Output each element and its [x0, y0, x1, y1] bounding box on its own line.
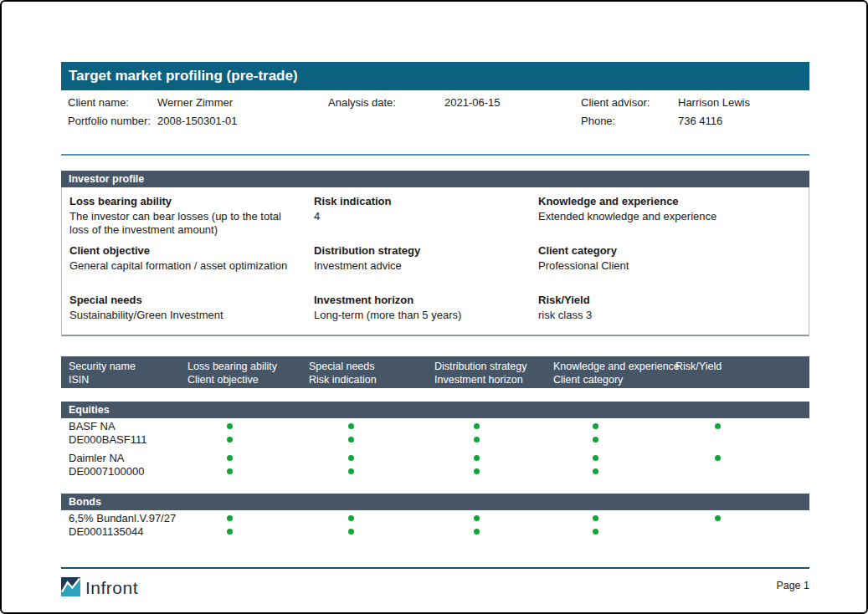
status-dot-cell — [668, 512, 809, 525]
field-label: Risk/Yield — [538, 294, 797, 306]
status-dot-cell — [301, 512, 427, 525]
status-dot-cell — [180, 420, 301, 433]
status-dot-cell — [180, 433, 301, 447]
report-page: Target market profiling (pre-trade) Clie… — [0, 0, 868, 614]
status-dot-line — [180, 452, 809, 465]
field-label: Special needs — [69, 294, 295, 306]
group-header-equities: Equities — [61, 402, 809, 418]
green-status-dot-icon — [348, 529, 354, 535]
status-dot-cell — [301, 452, 427, 465]
portfolio-number-label: Portfolio number: — [68, 112, 157, 130]
profile-field-client-category: Client category Professional Client — [531, 237, 809, 286]
green-status-dot-icon — [474, 437, 480, 443]
status-dot-line — [180, 433, 809, 447]
client-info-block: Client name: Werner Zimmer Analysis date… — [61, 94, 809, 130]
col-risk-yield: Risk/Yield — [668, 360, 809, 388]
green-status-dot-icon — [474, 529, 480, 535]
green-status-dot-icon — [348, 437, 354, 443]
status-dot-cell — [427, 420, 546, 433]
field-label: Loss bearing ability — [69, 195, 295, 207]
client-advisor-value: Harrison Lewis — [678, 94, 809, 112]
footer: Infront Page 1 — [61, 576, 809, 601]
field-value: Professional Client — [538, 259, 797, 273]
status-dot-cell — [427, 525, 546, 539]
analysis-date-value: 2021-06-15 — [444, 94, 581, 112]
infront-logo-icon — [61, 577, 80, 600]
table-row: 6,5% Bundanl.V.97/27 DE0001135044 — [61, 512, 809, 538]
green-status-dot-icon — [474, 468, 480, 474]
security-identity: 6,5% Bundanl.V.97/27 DE0001135044 — [61, 512, 180, 538]
status-empty-cell — [668, 465, 809, 478]
green-status-dot-icon — [474, 423, 480, 429]
green-status-dot-icon — [593, 455, 598, 461]
field-value: Investment advice — [314, 259, 519, 273]
green-status-dot-icon — [348, 423, 354, 429]
field-label: Client category — [538, 244, 797, 257]
page-number: Page 1 — [776, 580, 809, 591]
status-dot-cell — [301, 525, 427, 539]
status-dot-cell — [546, 452, 668, 465]
security-identity: Daimler NA DE0007100000 — [61, 452, 180, 478]
col-loss-bearing: Loss bearing ability Client objective — [180, 360, 301, 388]
security-name: Daimler NA — [69, 452, 180, 465]
status-dot-cell — [546, 433, 668, 447]
col-security-name: Security name ISIN — [61, 360, 180, 388]
status-dot-line — [180, 420, 809, 433]
field-value: Sustainability/Green Investment — [69, 309, 295, 322]
table-row: Daimler NA DE0007100000 — [61, 452, 809, 478]
status-dot-cell — [427, 452, 546, 465]
status-dot-line — [180, 465, 809, 478]
status-dot-cell — [546, 465, 668, 478]
status-dot-line — [180, 512, 809, 525]
security-name: 6,5% Bundanl.V.97/27 — [69, 512, 180, 525]
green-status-dot-icon — [227, 455, 233, 461]
green-status-dot-icon — [474, 455, 480, 461]
phone-value: 736 4116 — [678, 112, 809, 130]
green-status-dot-icon — [593, 515, 598, 521]
profile-field-knowledge-experience: Knowledge and experience Extended knowle… — [531, 187, 809, 237]
field-value: Long-term (more than 5 years) — [314, 309, 519, 322]
green-status-dot-icon — [593, 423, 598, 429]
field-label: Distribution strategy — [314, 244, 519, 257]
green-status-dot-icon — [715, 455, 721, 461]
status-dot-cell — [427, 465, 546, 478]
green-status-dot-icon — [348, 455, 354, 461]
profile-field-risk-indication: Risk indication 4 — [306, 187, 531, 237]
profile-field-client-objective: Client objective General capital formati… — [62, 237, 306, 286]
field-label: Knowledge and experience — [538, 195, 797, 207]
green-status-dot-icon — [227, 529, 233, 535]
bonds-rows: 6,5% Bundanl.V.97/27 DE0001135044 — [61, 512, 809, 544]
status-dot-cell — [546, 512, 668, 525]
security-identity: BASF NA DE000BASF111 — [61, 420, 180, 446]
field-value: risk class 3 — [538, 309, 797, 322]
status-dot-cell — [180, 525, 301, 539]
green-status-dot-icon — [474, 515, 480, 521]
security-isin: DE0007100000 — [69, 465, 180, 478]
status-dot-cell — [668, 420, 809, 433]
status-dot-line — [180, 525, 809, 539]
green-status-dot-icon — [593, 529, 598, 535]
status-empty-cell — [668, 525, 809, 539]
footer-separator-line — [61, 567, 809, 569]
phone-label: Phone: — [581, 112, 678, 130]
status-dot-cell — [301, 433, 427, 447]
col-knowledge-experience: Knowledge and experience Client category — [546, 360, 668, 388]
client-advisor-label: Client advisor: — [581, 94, 678, 112]
status-dot-cell — [427, 433, 546, 447]
profile-field-investment-horizon: Investment horizon Long-term (more than … — [306, 286, 531, 335]
group-header-bonds: Bonds — [61, 494, 809, 510]
analysis-date-label: Analysis date: — [328, 94, 444, 112]
green-status-dot-icon — [227, 437, 233, 443]
field-label: Client objective — [69, 244, 295, 257]
green-status-dot-icon — [227, 515, 233, 521]
profile-field-loss-bearing-ability: Loss bearing ability The investor can be… — [62, 187, 306, 237]
green-status-dot-icon — [715, 515, 721, 521]
status-dot-cell — [427, 512, 546, 525]
green-status-dot-icon — [227, 468, 233, 474]
green-status-dot-icon — [715, 423, 721, 429]
investor-profile-header: Investor profile — [61, 171, 809, 187]
equities-rows: BASF NA DE000BASF111 Daimler NA DE000710… — [61, 420, 809, 484]
green-status-dot-icon — [593, 468, 598, 474]
col-distribution-strategy: Distribution strategy Investment horizon — [427, 360, 546, 388]
status-dot-cell — [301, 465, 427, 478]
